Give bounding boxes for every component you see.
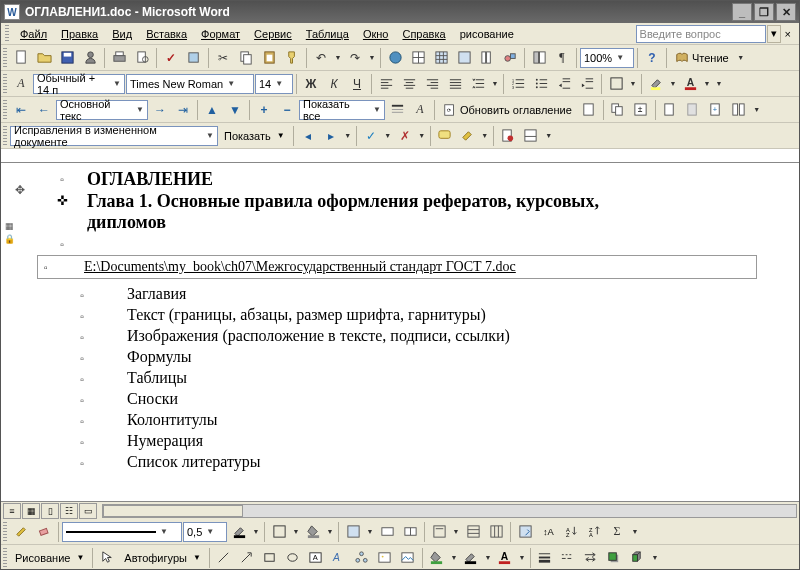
- wordart-button[interactable]: A: [328, 547, 350, 569]
- close-doc-button[interactable]: ×: [781, 26, 795, 42]
- decrease-indent-button[interactable]: [553, 73, 575, 95]
- menu-drawing[interactable]: рисование: [453, 26, 521, 42]
- reviewing-pane-button[interactable]: [520, 125, 542, 147]
- insert-excel-button[interactable]: [453, 47, 475, 69]
- draw-menu-button[interactable]: Рисование▼: [10, 547, 89, 569]
- show-marks-button[interactable]: ¶: [551, 47, 573, 69]
- outline-view-button[interactable]: ☷: [60, 503, 78, 519]
- accept-dropdown[interactable]: ▼: [343, 125, 353, 147]
- master-doc-button[interactable]: [607, 99, 629, 121]
- reading-view-button[interactable]: ▭: [79, 503, 97, 519]
- menu-table[interactable]: Таблица: [299, 26, 356, 42]
- horizontal-scrollbar[interactable]: [102, 504, 797, 518]
- font-color2-dropdown[interactable]: ▼: [517, 547, 527, 569]
- reject-change-button[interactable]: ✗: [394, 125, 416, 147]
- borders-dropdown[interactable]: ▼: [628, 73, 638, 95]
- reading-button[interactable]: Чтение: [670, 47, 734, 69]
- new-button[interactable]: [10, 47, 32, 69]
- highlight-pen-button[interactable]: [457, 125, 479, 147]
- align-cell-button[interactable]: [428, 521, 450, 543]
- accept-change-button[interactable]: ✓: [360, 125, 382, 147]
- print-preview-button[interactable]: [131, 47, 153, 69]
- align-left-button[interactable]: [375, 73, 397, 95]
- increase-indent-button[interactable]: [576, 73, 598, 95]
- align-cell-dropdown[interactable]: ▼: [451, 521, 461, 543]
- sort-desc-button[interactable]: ZA: [583, 521, 605, 543]
- border-dropdown[interactable]: ▼: [291, 521, 301, 543]
- toolbar-options-button[interactable]: ▼: [735, 47, 747, 69]
- undo-button[interactable]: ↶: [310, 47, 332, 69]
- menu-view[interactable]: Вид: [105, 26, 139, 42]
- reject-change-dropdown[interactable]: ▼: [417, 125, 427, 147]
- sort-asc-button[interactable]: AZ: [560, 521, 582, 543]
- merge-cells-button[interactable]: [376, 521, 398, 543]
- columns-button[interactable]: [476, 47, 498, 69]
- toolbar-options-button[interactable]: ▼: [629, 521, 641, 543]
- outside-border-button[interactable]: [268, 521, 290, 543]
- paste-button[interactable]: [258, 47, 280, 69]
- copy-button[interactable]: [235, 47, 257, 69]
- spellcheck-button[interactable]: ✓: [160, 47, 182, 69]
- promote-button[interactable]: ←: [33, 99, 55, 121]
- menu-insert[interactable]: Вставка: [139, 26, 194, 42]
- draw-table-button[interactable]: [10, 521, 32, 543]
- text-direction-button[interactable]: ↕A: [537, 521, 559, 543]
- subdocument-link[interactable]: E:\Documents\my_book\ch07\Межгосударстве…: [84, 259, 516, 275]
- subdocument-box[interactable]: ▫ E:\Documents\my_book\ch07\Межгосударст…: [37, 255, 757, 279]
- remove-subdoc-button[interactable]: [682, 99, 704, 121]
- demote-body-button[interactable]: ⇥: [172, 99, 194, 121]
- cut-button[interactable]: ✂: [212, 47, 234, 69]
- ruler[interactable]: [1, 149, 799, 163]
- shadow-button[interactable]: [603, 547, 625, 569]
- underline-button[interactable]: Ч: [346, 73, 368, 95]
- collapse-button[interactable]: −: [276, 99, 298, 121]
- autoshapes-button[interactable]: Автофигуры▼: [119, 547, 206, 569]
- spacing-dropdown[interactable]: ▼: [490, 73, 500, 95]
- document-content[interactable]: ✥ ▫ОГЛАВЛЕНИЕ ✜Глава 1. Основные правила…: [17, 163, 799, 501]
- menu-file[interactable]: Файл: [13, 26, 54, 42]
- tables-borders-button[interactable]: [407, 47, 429, 69]
- move-up-button[interactable]: ▲: [201, 99, 223, 121]
- undo-dropdown[interactable]: ▼: [333, 47, 343, 69]
- select-objects-button[interactable]: [96, 547, 118, 569]
- outline-level-combo[interactable]: Основной текс▼: [56, 100, 148, 120]
- highlight-button[interactable]: [645, 73, 667, 95]
- expand-button[interactable]: +: [253, 99, 275, 121]
- align-justify-button[interactable]: [444, 73, 466, 95]
- open-button[interactable]: [33, 47, 55, 69]
- textbox-button[interactable]: A: [305, 547, 327, 569]
- arrow-style-button[interactable]: [580, 547, 602, 569]
- eraser-button[interactable]: [33, 521, 55, 543]
- help-search-input[interactable]: Введите вопрос: [636, 25, 766, 43]
- show-dropdown[interactable]: Показать▼: [219, 125, 290, 147]
- format-painter-button[interactable]: [281, 47, 303, 69]
- restore-button[interactable]: ❐: [754, 3, 774, 21]
- hyperlink-button[interactable]: [384, 47, 406, 69]
- show-level-combo[interactable]: Показать все▼: [299, 100, 385, 120]
- next-change-button[interactable]: ▸: [320, 125, 342, 147]
- autoformat-button[interactable]: [514, 521, 536, 543]
- toolbar-options-button[interactable]: ▼: [713, 73, 725, 95]
- bold-button[interactable]: Ж: [300, 73, 322, 95]
- line-color-button[interactable]: [460, 547, 482, 569]
- first-line-button[interactable]: [386, 99, 408, 121]
- numbering-button[interactable]: 123: [507, 73, 529, 95]
- show-formatting-button[interactable]: A: [409, 99, 431, 121]
- accept-change-dropdown[interactable]: ▼: [383, 125, 393, 147]
- style-combo[interactable]: Обычный + 14 п▼: [33, 74, 125, 94]
- normal-view-button[interactable]: ≡: [3, 503, 21, 519]
- merge-subdoc-button[interactable]: [728, 99, 750, 121]
- research-button[interactable]: [183, 47, 205, 69]
- line-color-dropdown[interactable]: ▼: [483, 547, 493, 569]
- distribute-rows-button[interactable]: [462, 521, 484, 543]
- new-comment-button[interactable]: [434, 125, 456, 147]
- promote-heading1-button[interactable]: ⇤: [10, 99, 32, 121]
- permissions-button[interactable]: [79, 47, 101, 69]
- line-style-button[interactable]: [534, 547, 556, 569]
- move-handle-icon[interactable]: ✥: [15, 183, 25, 198]
- clipart-button[interactable]: [374, 547, 396, 569]
- arrow-button[interactable]: [236, 547, 258, 569]
- insert-table2-dropdown[interactable]: ▼: [365, 521, 375, 543]
- autosum-button[interactable]: Σ: [606, 521, 628, 543]
- line-style-combo[interactable]: ▼: [62, 522, 182, 542]
